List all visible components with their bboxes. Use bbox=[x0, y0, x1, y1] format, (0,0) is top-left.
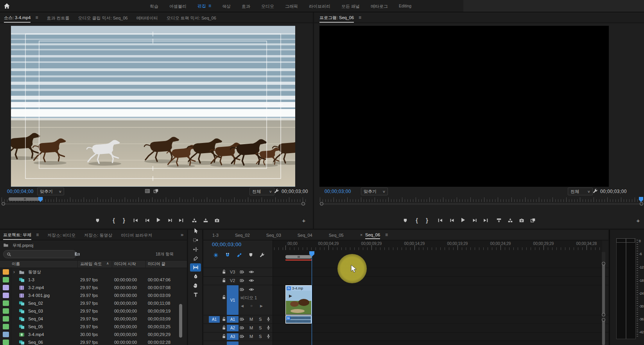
item-row-seq02[interactable]: Seq_02 29.97 fps 00;00;00;00 00;00;11;08 bbox=[0, 299, 187, 307]
project-list-scrollbar[interactable] bbox=[179, 304, 182, 338]
program-fit-dropdown[interactable]: 맞추기 ∨ bbox=[361, 188, 388, 195]
program-video-viewport[interactable] bbox=[319, 26, 609, 187]
linked-selection-button[interactable] bbox=[237, 252, 242, 258]
sync-lock-toggle[interactable] bbox=[239, 269, 245, 275]
program-zoom-dropdown[interactable]: 전체 ∨ bbox=[568, 188, 593, 195]
tab-audio-track-mixer[interactable]: 오디오 트랙 믹서: Seq_06 bbox=[167, 13, 216, 22]
workspace-tab-assembly[interactable]: 어셈블리 bbox=[169, 2, 187, 11]
search-box[interactable] bbox=[3, 250, 77, 258]
mute-toggle[interactable]: M bbox=[249, 325, 253, 330]
timeline-current-timecode[interactable]: 00;00;03;00 bbox=[212, 241, 242, 247]
tool-slip[interactable] bbox=[190, 263, 201, 272]
work-area-bar[interactable] bbox=[285, 255, 312, 259]
voiceover-record-button[interactable] bbox=[266, 325, 271, 330]
output-settings-button[interactable] bbox=[145, 188, 150, 194]
export-frame-button[interactable] bbox=[213, 216, 221, 224]
sync-lock-toggle[interactable] bbox=[239, 325, 245, 331]
mark-in-button[interactable]: { bbox=[109, 216, 118, 224]
tool-type[interactable] bbox=[190, 291, 201, 299]
column-fps[interactable]: 프레임 속도 bbox=[80, 261, 102, 267]
track-target-a3[interactable]: A3 bbox=[227, 333, 239, 340]
track-output-toggle[interactable] bbox=[249, 287, 254, 292]
lift-button[interactable] bbox=[495, 216, 503, 224]
label-swatch[interactable] bbox=[3, 340, 9, 345]
workspace-tab-all-panels[interactable]: 모든 패널 bbox=[341, 2, 360, 11]
panel-menu-icon[interactable]: ≡ bbox=[35, 15, 38, 20]
overwrite-button[interactable] bbox=[201, 216, 210, 224]
item-row-1-3[interactable]: 1-3 29.97 fps 00:00:00:00 00:00:47:06 bbox=[0, 276, 187, 284]
scrollbar-thumb-audio[interactable] bbox=[602, 319, 605, 345]
button-editor-button[interactable]: + bbox=[634, 216, 642, 224]
column-media-end[interactable]: 미디어 끝 bbox=[148, 261, 165, 267]
voiceover-record-button[interactable] bbox=[266, 316, 271, 322]
go-to-in-button[interactable] bbox=[436, 216, 445, 224]
go-to-out-button[interactable] bbox=[481, 216, 490, 224]
tab-bin-video[interactable]: 저장소: 비디오 bbox=[47, 231, 75, 240]
workspace-tab-libraries[interactable]: 라이브러리 bbox=[309, 2, 330, 11]
workspace-tab-metalogging[interactable]: 메타로그 bbox=[371, 2, 388, 11]
sync-lock-toggle[interactable] bbox=[239, 334, 245, 339]
track-name-v1-label[interactable]: 비디오 1 bbox=[240, 295, 257, 301]
timeline-tab-seq04[interactable]: Seq_04 bbox=[298, 231, 312, 239]
panel-menu-icon[interactable]: ≡ bbox=[359, 15, 361, 20]
label-swatch[interactable] bbox=[3, 269, 9, 275]
next-keyframe-button[interactable]: ▶ bbox=[260, 304, 263, 308]
workspace-tab-learning[interactable]: 학습 bbox=[150, 2, 158, 11]
button-editor-button[interactable]: + bbox=[300, 216, 308, 224]
sort-asc-icon[interactable]: ∧ bbox=[106, 261, 109, 265]
item-row-seq04[interactable]: Seq_04 29.97 fps 00;00;00;00 00;00;03;09 bbox=[0, 315, 187, 323]
label-swatch[interactable] bbox=[3, 285, 9, 290]
program-scrollbar-right-handle[interactable] bbox=[640, 202, 643, 206]
sync-lock-toggle[interactable] bbox=[239, 278, 245, 283]
workspace-tab-graphics[interactable]: 그래픽 bbox=[285, 2, 298, 11]
workspace-tab-editing[interactable]: 편집 ≡ bbox=[197, 3, 211, 9]
timeline-audio-clip[interactable]: fx bbox=[285, 315, 312, 324]
source-scrollbar[interactable] bbox=[2, 203, 306, 205]
label-swatch[interactable] bbox=[3, 277, 9, 282]
play-button[interactable] bbox=[154, 216, 163, 224]
add-keyframe-button[interactable]: ○ bbox=[250, 304, 253, 308]
mark-out-button[interactable]: } bbox=[120, 216, 128, 224]
go-to-in-button[interactable] bbox=[131, 216, 140, 224]
track-lock-toggle[interactable] bbox=[221, 295, 226, 300]
close-tab-icon[interactable]: × bbox=[360, 232, 362, 237]
timeline-video-clip[interactable]: fx 3-4.mp bbox=[285, 285, 312, 315]
track-lock-toggle[interactable] bbox=[221, 269, 226, 274]
breadcrumb[interactable]: 무제.prproj bbox=[13, 243, 33, 248]
item-row-seq06[interactable]: Seq_06 29.97 fps 00:00:00:00 00:00:02:28 bbox=[0, 338, 187, 345]
track-lock-toggle[interactable] bbox=[221, 278, 226, 283]
tab-project[interactable]: 프로젝트: 무제 ≡ bbox=[3, 230, 39, 240]
source-zoom-range-bar[interactable] bbox=[9, 197, 41, 201]
item-row-3-4-mp4[interactable]: 3-4.mp4 30.00 fps 00;00;00;00 00;00;29;2… bbox=[0, 331, 187, 338]
source-settings-button[interactable] bbox=[274, 188, 279, 194]
label-swatch[interactable] bbox=[3, 332, 9, 337]
scrollbar-thumb-video[interactable] bbox=[602, 262, 605, 315]
track-name-v3[interactable]: V3 bbox=[230, 270, 235, 274]
item-row-3-4-001[interactable]: 3-4 001.jpg 29.97 fps 00:00:00:00 00:00:… bbox=[0, 291, 187, 299]
tab-program[interactable]: 프로그램: Seq_06 bbox=[319, 13, 354, 23]
insert-button[interactable] bbox=[190, 216, 199, 224]
tool-track-select-forward[interactable] bbox=[190, 236, 201, 244]
search-bin-button[interactable] bbox=[74, 251, 80, 257]
label-swatch[interactable] bbox=[3, 316, 9, 322]
step-forward-button[interactable] bbox=[166, 216, 174, 224]
home-button[interactable] bbox=[3, 2, 10, 9]
voiceover-record-button[interactable] bbox=[266, 334, 271, 339]
track-output-toggle[interactable] bbox=[249, 278, 254, 283]
column-media-start[interactable]: 미디어 시작 bbox=[114, 261, 136, 267]
expand-arrow[interactable]: › bbox=[13, 269, 15, 275]
track-target-a4-partial[interactable] bbox=[227, 341, 239, 345]
track-output-toggle[interactable] bbox=[249, 269, 254, 275]
add-marker-button[interactable] bbox=[93, 216, 102, 224]
item-row-3-2[interactable]: 3-2.mp4 29.97 fps 00:00:00:00 00:00:07:0… bbox=[0, 284, 187, 291]
source-scrollbar-left-handle[interactable] bbox=[2, 202, 5, 206]
snap-button[interactable] bbox=[225, 252, 230, 258]
track-name-v2[interactable]: V2 bbox=[230, 278, 235, 283]
label-swatch[interactable] bbox=[3, 293, 9, 298]
timeline-tab-1-3[interactable]: 1-3 bbox=[212, 231, 219, 239]
solo-toggle[interactable]: S bbox=[259, 325, 262, 330]
timeline-ruler[interactable]: :00;00 00;00;04;29 00;00;09;29 00;00;14;… bbox=[273, 240, 602, 255]
source-fit-dropdown[interactable]: 맞추기 ∨ bbox=[37, 188, 64, 195]
timeline-tab-seq05[interactable]: Seq_05 bbox=[329, 231, 344, 239]
tab-bin-movie[interactable]: 저장소: 동영상 bbox=[84, 231, 112, 240]
